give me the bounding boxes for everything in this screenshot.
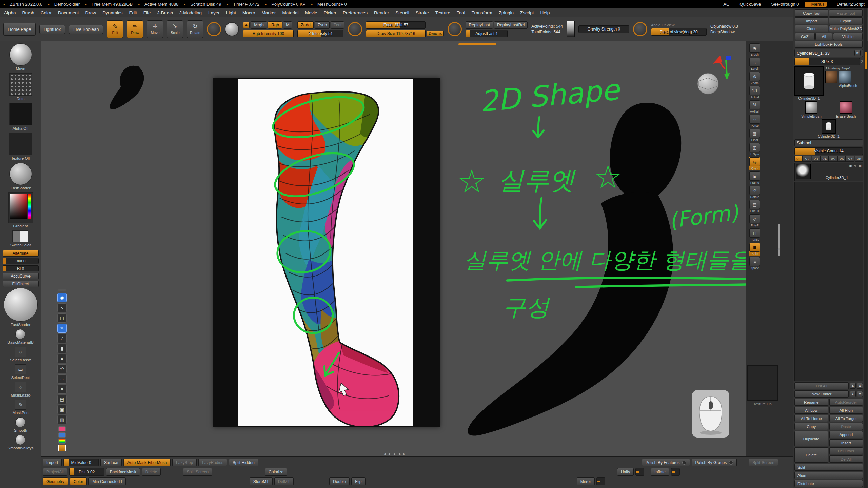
subtool-action-button[interactable]: Distribute (794, 480, 863, 487)
left-tray-label[interactable]: SelectRect (11, 375, 30, 380)
canvas-h-scrollbar[interactable] (458, 43, 496, 45)
left-tray-label[interactable]: AccuCurve (3, 273, 39, 279)
bottom-tray-button[interactable]: Color (70, 477, 87, 485)
bottom-tray-button[interactable]: Colorize (265, 468, 287, 476)
subtool-action-button[interactable]: All To Home (794, 415, 828, 422)
left-tray-thumbnail[interactable] (15, 417, 25, 427)
polyframe-icon[interactable]: ▦ (859, 164, 862, 168)
menu-item[interactable]: J-Modeling (179, 10, 202, 15)
tray-scrollbar-thumb[interactable] (865, 52, 867, 69)
color-swatch[interactable] (58, 439, 66, 444)
left-tray-thumbnail[interactable] (15, 435, 25, 445)
menu-item[interactable]: Stroke (416, 10, 429, 15)
gravity-strength-slider[interactable]: Gravity Strength 0 (578, 25, 629, 33)
right-shelf-icon[interactable]: ▤ (749, 200, 760, 209)
annotation-tool-button[interactable]: ↶ (57, 364, 67, 373)
bottom-tray-button[interactable]: LazyRadius (198, 459, 227, 466)
version-tab[interactable]: V7 (846, 156, 854, 162)
menu-item[interactable]: Stencil (395, 10, 409, 15)
annotation-tool-button[interactable]: ∕ (57, 334, 67, 343)
right-shelf-icon[interactable]: ◼ (749, 243, 760, 252)
bottom-tray-button[interactable]: Min Connected f (88, 477, 125, 485)
subtool-list-area[interactable] (794, 182, 863, 381)
bottom-tray-button[interactable] (635, 468, 644, 476)
title-right-item[interactable]: Menus (805, 2, 827, 7)
focal-shift-slider[interactable]: Focal Shift 57 (366, 21, 426, 29)
replay-last-button[interactable]: ReplayLast (466, 21, 493, 29)
annotation-tool-button[interactable]: ▤ (57, 395, 67, 404)
annotation-tool-button[interactable]: ▱ (57, 374, 67, 384)
edit-button[interactable]: ✎ Edit (107, 20, 123, 38)
version-tab[interactable]: V3 (812, 156, 820, 162)
left-tray-thumbnail[interactable] (15, 347, 26, 357)
left-tray-thumbnail[interactable] (9, 103, 32, 125)
draw-size-preview-icon[interactable] (348, 22, 362, 36)
dynamic-button[interactable]: Dynamic (427, 30, 444, 36)
anatomy-brush-thumbnail[interactable] (825, 71, 837, 83)
left-tray-label[interactable]: Texture Off (11, 156, 30, 160)
cylinder-tool-thumbnail[interactable] (822, 119, 836, 134)
bottom-tray-button[interactable]: ProjectAll (43, 468, 67, 476)
menu-item[interactable]: Movie (305, 10, 317, 15)
left-tray-label[interactable]: FastShader (11, 186, 31, 190)
sculpt-canvas[interactable]: 2D Shape ☆ 실루엣 ☆ (Form) 실루엣 안에 다양한 형태들을 … (41, 41, 746, 456)
left-tray-label[interactable]: Move (16, 67, 25, 71)
tool-palette-button[interactable]: Export (829, 17, 863, 24)
color-swatch[interactable] (58, 432, 66, 438)
menu-item[interactable]: J-Brush (157, 10, 173, 15)
bottom-tray-button[interactable]: Auto Mask FiberMesh (123, 459, 171, 466)
subtool-thumbnail[interactable] (796, 164, 811, 179)
eraser-brush-thumbnail[interactable] (840, 101, 852, 114)
left-tray-label[interactable]: SwitchColor (10, 243, 31, 247)
rotate-button[interactable]: ↻ Rotate (187, 20, 203, 38)
move-down-icon[interactable]: ▼ (857, 391, 863, 397)
draw-button[interactable]: ✏ Draw (127, 20, 143, 38)
version-tab[interactable]: V8 (855, 156, 863, 162)
menu-item[interactable]: Render (374, 10, 389, 15)
left-tray-label[interactable]: FastShader (11, 323, 31, 327)
menu-item[interactable]: Brush (22, 10, 34, 15)
zsub-button[interactable]: Zsub (315, 21, 330, 29)
subtool-action-button[interactable]: Delete (794, 447, 828, 463)
material-sphere-icon[interactable] (225, 22, 239, 36)
z-intensity-slider[interactable]: Z Intensity 51 (297, 30, 343, 37)
bottom-tray-button[interactable]: Split Screen (749, 459, 778, 466)
right-shelf-icon[interactable]: ◫ (749, 143, 760, 152)
subtool-action-button[interactable]: Paste (829, 423, 863, 430)
r-button[interactable]: R (854, 50, 861, 56)
tool-palette-button[interactable]: Copy Tool (795, 9, 828, 17)
field-of-view-slider[interactable]: Field of view(deg) 30 (651, 28, 707, 36)
new-folder-button[interactable]: New Folder (794, 390, 849, 398)
diamond-up-icon[interactable]: ◆ (850, 383, 856, 389)
left-tray-thumbnail[interactable] (15, 329, 25, 339)
leg-3d-model[interactable] (238, 79, 413, 426)
menu-item[interactable]: Marker (262, 10, 276, 15)
left-tray-thumbnail[interactable] (9, 133, 32, 155)
zadd-button[interactable]: Zadd (297, 21, 314, 29)
left-tray-label[interactable]: Rf 0 (3, 265, 39, 271)
left-tray-label[interactable]: SelectLasso (10, 358, 31, 362)
spix-slider[interactable]: SPix 3 (794, 58, 860, 65)
subtool-action-button[interactable]: Rename (794, 399, 828, 406)
left-tray-label[interactable]: Smooth (14, 428, 27, 432)
bottom-tray-button[interactable]: MidValue 0 (63, 459, 99, 466)
left-tray-thumbnail[interactable] (9, 73, 32, 96)
texture-preview[interactable] (747, 365, 778, 401)
right-shelf-icon[interactable]: ◉ (749, 43, 760, 53)
menu-item[interactable]: Help (540, 10, 550, 15)
home-page-button[interactable]: Home Page (3, 23, 36, 36)
move-up-icon[interactable]: ▲ (850, 391, 856, 397)
bottom-tray-button[interactable]: Double (329, 477, 350, 485)
subtool-action-button[interactable]: All High (829, 407, 863, 414)
left-tray-label[interactable]: FillObject (3, 281, 39, 287)
bottom-tray-button[interactable] (596, 477, 605, 485)
menu-item[interactable]: Picker (324, 10, 337, 15)
title-right-item[interactable]: QuickSave (735, 2, 761, 7)
bottom-tray-button[interactable]: LazyStep (172, 459, 197, 466)
left-tray-thumbnail[interactable] (8, 192, 33, 223)
alpha-brush-thumbnail[interactable] (839, 71, 851, 83)
subtool-action-button[interactable]: All To Target (829, 415, 863, 422)
right-shelf-icon[interactable]: ◇ (749, 214, 760, 223)
bottom-tray-button[interactable]: Polish By Groups (692, 459, 737, 466)
menu-item[interactable]: Document (58, 10, 79, 15)
